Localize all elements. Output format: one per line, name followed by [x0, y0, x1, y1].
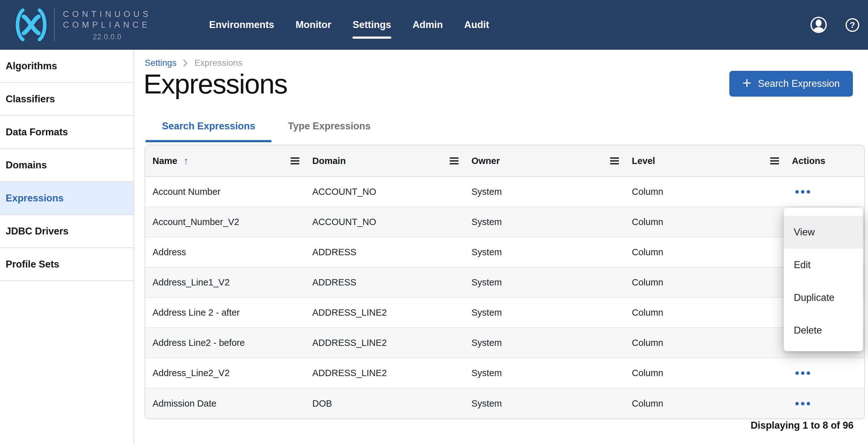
domain-cell: ADDRESS [305, 277, 464, 288]
column-menu-icon[interactable] [610, 157, 619, 165]
row-actions-menu-button[interactable] [794, 187, 812, 197]
brand-logo[interactable]: CONTINUOUS COMPLIANCE 22.0.0.0 [0, 8, 146, 41]
domain-cell: ADDRESS_LINE2 [305, 307, 464, 318]
sidebar-item-classifiers[interactable]: Classifiers [0, 83, 133, 116]
name-cell: Address_Line1_V2 [145, 277, 305, 288]
column-header-label: Actions [792, 156, 825, 166]
sidebar-item-profile-sets[interactable]: Profile Sets [0, 248, 133, 281]
level-cell: Column [625, 277, 785, 288]
top-bar-icons: ? [810, 17, 868, 33]
search-expression-button[interactable]: + Search Expression [729, 71, 853, 97]
ellipsis-dot [801, 402, 804, 405]
delphix-logo-icon [12, 8, 50, 41]
name-cell: Address [145, 247, 305, 258]
table-row: Address Line2 - beforeADDRESS_LINE2Syste… [145, 328, 864, 358]
pagination-status: Displaying 1 to 8 of 96 [751, 420, 854, 431]
context-menu-item-view[interactable]: View [784, 216, 863, 248]
column-header-domain[interactable]: Domain [305, 145, 464, 176]
app: { "brand": { "line1": "CONTINUOUS", "lin… [0, 0, 868, 445]
tab-search-expressions[interactable]: Search Expressions [146, 121, 271, 142]
domain-cell: ADDRESS_LINE2 [305, 368, 464, 378]
name-cell: Address Line 2 - after [145, 307, 305, 318]
breadcrumb-chevron-icon [183, 59, 188, 67]
level-cell: Column [625, 247, 785, 258]
column-header-owner[interactable]: Owner [464, 145, 625, 176]
tab-bar: Search Expressions Type Expressions [146, 121, 387, 142]
ellipsis-dot [795, 402, 799, 405]
table-row: Admission DateDOBSystemColumn [145, 388, 864, 419]
help-icon[interactable]: ? [845, 18, 860, 32]
level-cell: Column [625, 338, 785, 348]
main-content: Settings Expressions Expressions + Searc… [134, 50, 868, 445]
nav-item-environments[interactable]: Environments [209, 19, 274, 31]
name-cell: Account Number [145, 187, 305, 197]
context-menu-item-edit[interactable]: Edit [784, 248, 863, 281]
breadcrumb-link-settings[interactable]: Settings [145, 58, 177, 68]
sidebar-item-algorithms[interactable]: Algorithms [0, 50, 133, 83]
column-header-actions[interactable]: Actions [785, 145, 864, 176]
column-menu-icon[interactable] [290, 157, 300, 165]
name-cell: Account_Number_V2 [145, 217, 305, 227]
owner-cell: System [464, 277, 625, 288]
nav-item-admin[interactable]: Admin [413, 19, 443, 31]
breadcrumb: Settings Expressions [145, 58, 243, 68]
table-row: Account_Number_V2ACCOUNT_NOSystemColumn [145, 207, 864, 237]
actions-cell [785, 368, 864, 378]
ellipsis-dot [801, 190, 804, 194]
table-row: AddressADDRESSSystemColumn [145, 237, 864, 267]
row-actions-menu-button[interactable] [794, 399, 812, 409]
context-menu-item-duplicate[interactable]: Duplicate [784, 281, 863, 314]
column-header-name[interactable]: Name↑ [145, 145, 305, 176]
breadcrumb-current: Expressions [194, 58, 243, 68]
brand-divider [54, 8, 55, 41]
name-cell: Admission Date [145, 398, 305, 409]
column-menu-icon[interactable] [770, 157, 779, 165]
table-row: Address Line 2 - afterADDRESS_LINE2Syste… [145, 298, 864, 328]
column-header-level[interactable]: Level [625, 145, 785, 176]
top-bar: CONTINUOUS COMPLIANCE 22.0.0.0 Environme… [0, 0, 868, 50]
context-menu-item-delete[interactable]: Delete [784, 314, 863, 347]
ellipsis-dot [795, 190, 799, 194]
nav-item-settings[interactable]: Settings [352, 19, 391, 31]
domain-cell: DOB [305, 398, 464, 409]
owner-cell: System [464, 247, 625, 258]
row-actions-menu-button[interactable] [794, 368, 812, 378]
owner-cell: System [464, 307, 625, 318]
sidebar: AlgorithmsClassifiersData FormatsDomains… [0, 50, 134, 445]
name-cell: Address_Line2_V2 [145, 368, 305, 378]
table-row: Address_Line2_V2ADDRESS_LINE2SystemColum… [145, 358, 864, 388]
domain-cell: ACCOUNT_NO [305, 187, 464, 197]
nav-item-monitor[interactable]: Monitor [296, 19, 332, 31]
level-cell: Column [625, 368, 785, 378]
ellipsis-dot [807, 402, 810, 405]
column-header-label: Name [153, 156, 177, 166]
ellipsis-dot [807, 372, 810, 375]
column-header-label: Domain [312, 156, 346, 166]
level-cell: Column [625, 307, 785, 318]
brand-version: 22.0.0.0 [63, 33, 152, 41]
name-cell: Address Line2 - before [145, 338, 305, 348]
actions-cell [785, 187, 864, 197]
sidebar-item-jdbc-drivers[interactable]: JDBC Drivers [0, 215, 133, 248]
sort-ascending-icon: ↑ [184, 155, 188, 166]
owner-cell: System [464, 187, 625, 197]
brand-wordmark: CONTINUOUS COMPLIANCE 22.0.0.0 [63, 9, 152, 41]
top-nav: EnvironmentsMonitorSettingsAdminAudit [209, 0, 489, 50]
tab-type-expressions[interactable]: Type Expressions [271, 121, 387, 142]
owner-cell: System [464, 338, 625, 348]
sidebar-item-data-formats[interactable]: Data Formats [0, 116, 133, 149]
user-icon[interactable] [810, 17, 827, 33]
sidebar-item-domains[interactable]: Domains [0, 149, 133, 182]
table-body: Account NumberACCOUNT_NOSystemColumnAcco… [145, 177, 864, 419]
level-cell: Column [625, 187, 785, 197]
table-header-row: Name↑DomainOwnerLevelActions [145, 145, 864, 177]
column-menu-icon[interactable] [450, 157, 459, 165]
level-cell: Column [625, 398, 785, 409]
ellipsis-dot [801, 372, 804, 375]
domain-cell: ACCOUNT_NO [305, 217, 464, 227]
nav-item-audit[interactable]: Audit [464, 19, 489, 31]
owner-cell: System [464, 217, 625, 227]
column-header-label: Level [632, 156, 655, 166]
sidebar-item-expressions[interactable]: Expressions [0, 182, 133, 215]
search-expression-button-label: Search Expression [758, 78, 840, 89]
